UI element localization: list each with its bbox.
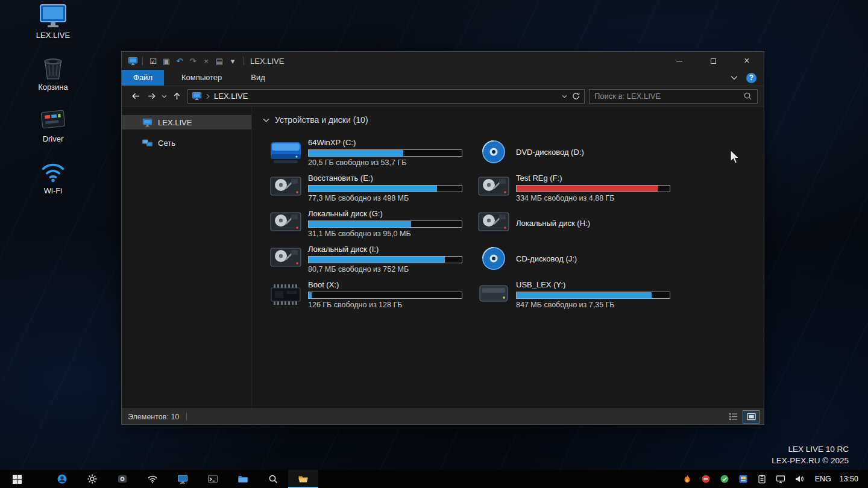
taskbar-app-capture-button[interactable] [107,470,137,488]
tray-display-icon[interactable] [776,474,785,484]
drive-name: USB_LEX (Y:) [516,280,670,289]
drive-name: DVD-дисковод (D:) [516,148,584,157]
qat-rename-button-icon: ▤ [216,57,223,65]
taskbar-app-user-button[interactable] [47,470,77,488]
drive-c[interactable]: 64WinXP (C:)20,5 ГБ свободно из 53,7 ГБ [269,134,477,170]
desktop-icon-lexlive[interactable]: LEX.LIVE [28,2,78,40]
drive-d[interactable]: DVD-дисковод (D:) [477,134,685,170]
maximize-button[interactable] [696,52,730,70]
qat-newfolder-button-icon: ▣ [163,57,170,65]
up-button[interactable] [169,89,184,104]
group-header[interactable]: Устройства и диски (10) [263,115,764,125]
drive-e[interactable]: Восстановить (E:)77,3 МБ свободно из 498… [269,170,477,205]
qat-rename-button[interactable]: ▤ [213,54,225,67]
close-button[interactable]: × [730,52,764,70]
breadcrumb[interactable]: LEX.LIVE [214,92,248,101]
desktop-background[interactable]: LEX.LIVEКорзинаDriverWi-Fi LEX LIVE 10 R… [0,0,868,488]
sidebar-item-lexlive[interactable]: LEX.LIVE [122,115,251,130]
qat-redo-button[interactable]: ↷ [187,54,199,67]
taskbar-app-cmd-button[interactable] [198,470,228,488]
desktop-icon-driver[interactable]: Driver [28,106,78,143]
details-view-icon [729,412,738,421]
tray-red-icon[interactable] [701,474,711,484]
qat-customize-button[interactable]: ▾ [227,54,239,67]
language-indicator[interactable]: ENG [815,475,831,483]
window-title: LEX.LIVE [250,57,284,66]
drive-grid: 64WinXP (C:)20,5 ГБ свободно из 53,7 ГБD… [259,134,764,312]
taskbar-app-wifi-button[interactable] [137,470,168,488]
drive-g[interactable]: Локальный диск (G:)31,1 МБ свободно из 9… [269,205,477,241]
desktop-icon-wifi[interactable]: Wi-Fi [28,158,78,195]
drive-usage-bar [516,292,670,299]
minimize-icon [676,61,682,61]
explorer-window: ☑▣↶↷×▤▾ LEX.LIVE × ФайлКомпьютерВид ? [121,51,764,425]
taskbar-app-search-button[interactable] [258,470,288,488]
network-icon [142,139,153,148]
taskbar-app-files-button[interactable] [228,470,258,488]
back-button[interactable] [128,89,143,104]
drive-h[interactable]: Локальный диск (H:) [477,205,685,241]
computer-icon [39,2,68,29]
ribbon-tabs: ФайлКомпьютерВид [122,70,283,86]
sidebar-item-network[interactable]: Сеть [122,136,251,150]
tiles-view-button[interactable] [743,411,759,423]
qat-properties-button[interactable]: ☑ [147,54,159,67]
ribbon-expand-icon[interactable] [731,75,738,80]
drive-name: Локальный диск (H:) [516,219,590,228]
drive-usage-fill [309,150,403,156]
minimize-button[interactable] [662,52,696,70]
qat-newfolder-button[interactable]: ▣ [160,54,172,67]
recent-locations-button[interactable] [159,89,169,104]
refresh-icon[interactable] [571,92,580,101]
search-box [589,89,758,104]
qat-properties-button-icon: ☑ [149,57,157,65]
drive-f[interactable]: Test REg (F:)334 МБ свободно из 4,88 ГБ [477,170,685,205]
desktop-icon-recycle-bin[interactable]: Корзина [28,54,78,92]
wifi-icon [39,158,68,184]
desktop-icon-label: Wi-Fi [44,186,62,195]
drive-x[interactable]: Boot (X:)126 ГБ свободно из 128 ГБ [269,277,477,312]
taskbar-app-settings-button[interactable] [77,470,107,488]
drive-name: 64WinXP (C:) [308,138,462,147]
details-view-button[interactable] [725,411,741,423]
drive-y[interactable]: USB_LEX (Y:)847 МБ свободно из 7,35 ГБ [477,277,685,312]
qat-delete-button[interactable]: × [200,54,212,67]
drive-usage-fill [309,257,445,263]
quick-access-toolbar: ☑▣↶↷×▤▾ [147,54,239,67]
status-bar: Элементов: 10 [122,408,764,424]
drive-name: CD-дисковод (J:) [516,254,577,263]
taskbar-app-explorer-button[interactable] [288,470,318,488]
qat-redo-button-icon: ↷ [190,57,197,65]
search-input[interactable] [594,92,743,101]
drive-i[interactable]: Локальный диск (I:)80,7 МБ свободно из 7… [269,241,477,277]
windows-logo-icon [12,475,22,484]
forward-button[interactable] [143,89,159,104]
watermark-line2: LEX-PEX.RU © 2025 [772,455,849,466]
qat-undo-button[interactable]: ↶ [174,54,186,67]
drive-name: Локальный диск (I:) [308,245,462,254]
tray-flame-icon[interactable] [682,474,692,484]
titlebar[interactable]: ☑▣↶↷×▤▾ LEX.LIVE × [122,52,764,70]
address-dropdown-icon[interactable] [562,95,567,98]
help-button[interactable]: ? [746,73,756,83]
tray-volume-icon[interactable] [794,474,804,484]
window-body: LEX.LIVEСеть Устройства и диски (10) 64W… [122,107,764,408]
address-box[interactable]: LEX.LIVE [187,89,585,104]
tray-green-icon[interactable] [720,474,729,484]
tray-app-icon[interactable] [738,474,748,484]
tab-view[interactable]: Вид [239,70,277,86]
tb-display-icon [177,474,188,484]
content-pane: Устройства и диски (10) 64WinXP (C:)20,5… [252,107,764,408]
tab-computer[interactable]: Компьютер [170,70,233,86]
desktop-icon-label: Корзина [38,83,68,92]
dvd-icon [477,245,511,273]
drive-usage-fill [517,186,658,192]
start-button[interactable] [0,470,34,488]
search-icon[interactable] [743,92,752,101]
drive-usage-bar [308,256,462,263]
taskbar-app-display-button[interactable] [168,470,198,488]
tab-file[interactable]: Файл [122,70,164,86]
tray-clipboard-icon[interactable] [757,474,767,484]
clock[interactable]: 13:50 [840,475,858,483]
drive-j[interactable]: CD-дисковод (J:) [477,241,685,277]
